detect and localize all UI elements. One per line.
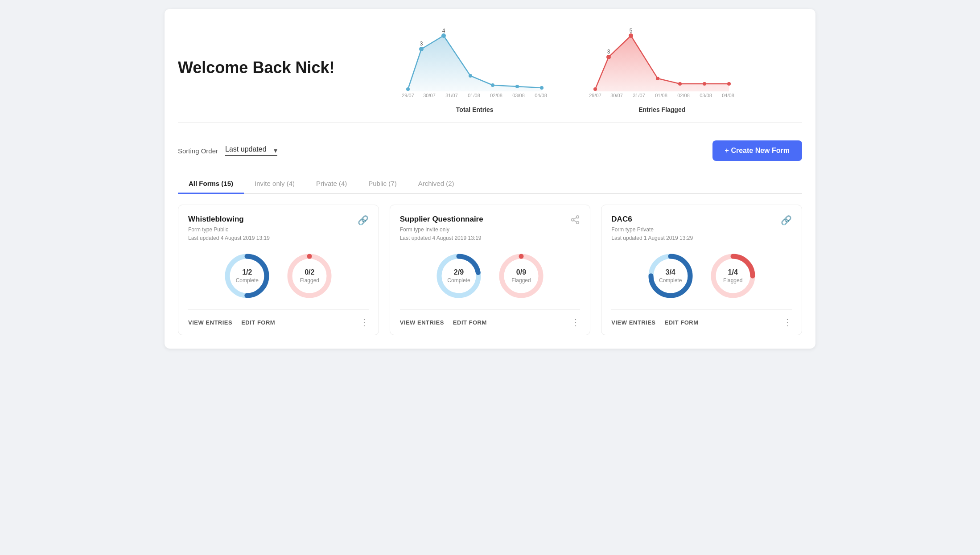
- svg-text:04/08: 04/08: [722, 93, 734, 98]
- view-entries-button[interactable]: VIEW ENTRIES: [400, 319, 444, 326]
- card-info: Whistleblowing Form type PublicLast upda…: [188, 215, 270, 243]
- card-title: Supplier Questionnaire: [400, 215, 483, 224]
- svg-point-1: [406, 87, 410, 91]
- svg-text:31/07: 31/07: [445, 93, 458, 98]
- edit-form-button[interactable]: EDIT FORM: [665, 319, 699, 326]
- more-options-icon[interactable]: ⋮: [571, 317, 580, 328]
- card-info: DAC6 Form type PrivateLast updated 1 Aug…: [611, 215, 693, 243]
- view-entries-button[interactable]: VIEW ENTRIES: [188, 319, 232, 326]
- donut-wrapper: 1/4 Flagged: [708, 251, 758, 300]
- share-icon[interactable]: [570, 215, 580, 227]
- tab-invite-only[interactable]: Invite only (4): [244, 174, 305, 194]
- toolbar: Sorting Order Last updated Name Date cre…: [178, 136, 802, 165]
- svg-point-24: [727, 82, 731, 86]
- donut-container: 0/2 Flagged: [285, 251, 334, 300]
- view-entries-button[interactable]: VIEW ENTRIES: [611, 319, 655, 326]
- donut-container: 0/9 Flagged: [497, 251, 546, 300]
- card-title: DAC6: [611, 215, 693, 224]
- svg-text:4: 4: [442, 28, 445, 34]
- donut-fraction: 1/2: [236, 268, 259, 277]
- sort-select[interactable]: Last updated Name Date created: [225, 145, 277, 153]
- svg-point-7: [540, 86, 544, 90]
- svg-marker-0: [408, 36, 542, 91]
- svg-text:02/08: 02/08: [677, 93, 690, 98]
- card-footer: VIEW ENTRIES EDIT FORM ⋮: [188, 309, 369, 335]
- link-icon[interactable]: 🔗: [358, 215, 369, 226]
- svg-point-3: [441, 33, 446, 38]
- svg-point-18: [593, 87, 597, 91]
- donut-label: 3/4 Complete: [659, 268, 682, 284]
- svg-point-6: [515, 85, 519, 88]
- donut-container: 3/4 Complete: [646, 251, 695, 300]
- tabs-bar: All Forms (15) Invite only (4) Private (…: [178, 174, 802, 194]
- donut-wrapper: 0/2 Flagged: [285, 251, 334, 300]
- svg-line-42: [574, 218, 576, 219]
- svg-point-23: [703, 82, 706, 86]
- welcome-heading: Welcome Back Nick!: [178, 58, 335, 77]
- svg-text:5: 5: [629, 28, 632, 34]
- card-meta: Form type PrivateLast updated 1 August 2…: [611, 226, 693, 243]
- svg-point-4: [469, 74, 472, 78]
- entries-flagged-svg: 3 5 29/07 30/07 31/07 01/08 02/08 03/08 …: [586, 22, 738, 103]
- svg-marker-17: [595, 36, 729, 91]
- svg-point-2: [419, 47, 424, 51]
- donut-fraction: 1/4: [723, 268, 742, 277]
- entries-flagged-chart: 3 5 29/07 30/07 31/07 01/08 02/08 03/08 …: [586, 22, 738, 113]
- donut-container: 2/9 Complete: [434, 251, 483, 300]
- tab-private[interactable]: Private (4): [305, 174, 358, 194]
- cards-grid: Whistleblowing Form type PublicLast upda…: [178, 205, 802, 335]
- svg-text:29/07: 29/07: [589, 93, 601, 98]
- card-footer: VIEW ENTRIES EDIT FORM ⋮: [400, 309, 581, 335]
- card-title: Whistleblowing: [188, 215, 270, 224]
- sort-label: Sorting Order: [178, 147, 218, 155]
- card-header: Whistleblowing Form type PublicLast upda…: [188, 215, 369, 243]
- donut-label: 2/9 Complete: [447, 268, 470, 284]
- card-info: Supplier Questionnaire Form type Invite …: [400, 215, 483, 243]
- donut-text: Complete: [236, 277, 259, 284]
- edit-form-button[interactable]: EDIT FORM: [453, 319, 487, 326]
- donut-text: Complete: [447, 277, 470, 284]
- card-header: Supplier Questionnaire Form type Invite …: [400, 215, 581, 243]
- svg-text:01/08: 01/08: [655, 93, 667, 98]
- create-form-button[interactable]: + Create New Form: [712, 140, 802, 161]
- footer-actions: VIEW ENTRIES EDIT FORM: [400, 319, 487, 326]
- donut-container: 1/2 Complete: [222, 251, 272, 300]
- form-card-1: Supplier Questionnaire Form type Invite …: [390, 205, 591, 335]
- charts-area: 3 4 29/07 30/07 31/07 01/08 02/08 03/08 …: [335, 22, 803, 113]
- donut-text: Flagged: [300, 277, 319, 284]
- edit-form-button[interactable]: EDIT FORM: [241, 319, 275, 326]
- donut-wrapper: 2/9 Complete: [434, 251, 483, 300]
- tab-archived[interactable]: Archived (2): [408, 174, 465, 194]
- svg-text:02/08: 02/08: [490, 93, 502, 98]
- sort-select-wrapper[interactable]: Last updated Name Date created ▾: [225, 145, 277, 156]
- donut-fraction: 2/9: [447, 268, 470, 277]
- more-options-icon[interactable]: ⋮: [360, 317, 369, 328]
- svg-text:31/07: 31/07: [633, 93, 645, 98]
- svg-point-21: [656, 77, 659, 80]
- svg-text:3: 3: [420, 41, 423, 47]
- card-meta: Form type PublicLast updated 4 August 20…: [188, 226, 270, 243]
- card-charts: 3/4 Complete 1/4 Flagged: [611, 251, 792, 300]
- tab-all-forms[interactable]: All Forms (15): [178, 174, 244, 194]
- total-entries-label: Total Entries: [456, 106, 494, 113]
- donut-label: 1/2 Complete: [236, 268, 259, 284]
- card-header: DAC6 Form type PrivateLast updated 1 Aug…: [611, 215, 792, 243]
- footer-actions: VIEW ENTRIES EDIT FORM: [188, 319, 275, 326]
- donut-fraction: 0/2: [300, 268, 319, 277]
- donut-fraction: 3/4: [659, 268, 682, 277]
- svg-text:04/08: 04/08: [535, 93, 547, 98]
- svg-text:01/08: 01/08: [468, 93, 480, 98]
- tab-public[interactable]: Public (7): [358, 174, 407, 194]
- link-icon[interactable]: 🔗: [781, 215, 792, 226]
- svg-point-20: [629, 33, 633, 38]
- main-container: Welcome Back Nick!: [165, 9, 815, 349]
- total-entries-svg: 3 4 29/07 30/07 31/07 01/08 02/08 03/08 …: [399, 22, 551, 103]
- donut-fraction: 0/9: [511, 268, 531, 277]
- donut-wrapper: 1/2 Complete: [222, 251, 272, 300]
- svg-point-19: [606, 55, 611, 59]
- more-options-icon[interactable]: ⋮: [783, 317, 792, 328]
- entries-flagged-label: Entries Flagged: [638, 106, 685, 113]
- header-section: Welcome Back Nick!: [178, 22, 802, 123]
- svg-line-41: [574, 220, 576, 222]
- donut-wrapper: 0/9 Flagged: [497, 251, 546, 300]
